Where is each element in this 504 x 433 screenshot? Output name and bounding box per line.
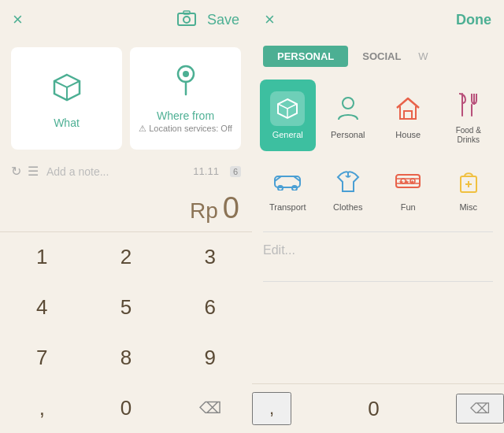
what-card[interactable]: What xyxy=(11,47,122,150)
transport-label: Transport xyxy=(269,202,306,213)
key-backspace[interactable]: ⌫ xyxy=(168,383,252,433)
personal-icon xyxy=(331,91,365,126)
misc-icon xyxy=(451,164,486,198)
general-icon xyxy=(270,91,305,126)
where-from-label: Where from xyxy=(157,109,214,122)
keypad: 1 2 3 4 5 6 7 8 9 , 0 ⌫ xyxy=(0,232,252,433)
note-icons: ↻ ☰ xyxy=(11,164,39,179)
key-2[interactable]: 2 xyxy=(84,232,169,283)
key-7[interactable]: 7 xyxy=(0,333,84,383)
what-label: What xyxy=(54,117,80,129)
edit-area: Edit... xyxy=(263,231,493,282)
svg-point-5 xyxy=(183,71,189,77)
key-0[interactable]: 0 xyxy=(84,383,169,433)
category-misc[interactable]: Misc xyxy=(441,156,497,219)
house-label: House xyxy=(395,130,421,140)
cards-row: What Where from ⚠ Location services: Off xyxy=(0,39,252,157)
clothes-icon xyxy=(331,164,365,198)
note-row: ↻ ☰ Add a note... 11.11 6 xyxy=(0,157,252,185)
tab-personal[interactable]: PERSONAL xyxy=(263,46,348,67)
clothes-label: Clothes xyxy=(333,202,362,213)
house-icon xyxy=(391,91,425,126)
left-header: × Save xyxy=(0,0,252,39)
done-button[interactable]: Done xyxy=(456,12,491,28)
location-warning: ⚠ Location services: Off xyxy=(139,122,232,139)
tabs-row: PERSONAL SOCIAL W xyxy=(252,39,504,75)
category-fun[interactable]: ★★★ Fun xyxy=(380,156,436,219)
right-header: × Done xyxy=(252,0,504,39)
key-3[interactable]: 3 xyxy=(168,232,252,283)
currency-label: Rp xyxy=(190,198,218,223)
right-close-button[interactable]: × xyxy=(265,9,275,30)
category-personal[interactable]: Personal xyxy=(321,80,376,151)
category-transport[interactable]: Transport xyxy=(260,156,316,219)
fun-icon: ★★★ xyxy=(391,164,425,198)
category-food[interactable]: Food & Drinks xyxy=(441,80,497,151)
right-key-backspace[interactable]: ⌫ xyxy=(456,394,504,424)
svg-point-1 xyxy=(183,17,190,23)
note-date: 11.11 xyxy=(193,165,219,177)
right-key-comma[interactable]: , xyxy=(252,392,291,425)
general-label: General xyxy=(272,130,303,140)
key-1[interactable]: 1 xyxy=(0,232,84,283)
key-6[interactable]: 6 xyxy=(168,283,252,333)
personal-label: Personal xyxy=(331,130,365,140)
category-clothes[interactable]: Clothes xyxy=(321,156,376,219)
where-from-icon xyxy=(172,61,200,103)
fun-label: Fun xyxy=(401,202,416,213)
categories-grid: General Personal House xyxy=(252,75,504,227)
note-placeholder-text[interactable]: Add a note... xyxy=(46,165,185,178)
category-general[interactable]: General xyxy=(260,80,316,151)
category-house[interactable]: House xyxy=(380,80,436,151)
amount-display: Rp0 xyxy=(0,185,252,232)
misc-label: Misc xyxy=(459,202,477,213)
note-badge: 6 xyxy=(230,166,241,177)
tab-more: W xyxy=(415,46,431,67)
what-icon xyxy=(51,72,83,110)
svg-text:★★★: ★★★ xyxy=(398,179,415,186)
svg-point-8 xyxy=(343,98,354,109)
food-label: Food & Drinks xyxy=(444,126,494,145)
left-panel: × Save What xyxy=(0,0,252,433)
left-close-button[interactable]: × xyxy=(13,9,23,30)
key-4[interactable]: 4 xyxy=(0,283,84,333)
edit-underline xyxy=(263,268,493,282)
left-header-right: Save xyxy=(177,10,239,30)
key-9[interactable]: 9 xyxy=(168,333,252,383)
list-icon: ☰ xyxy=(28,164,39,179)
food-icon xyxy=(451,87,486,122)
edit-placeholder[interactable]: Edit... xyxy=(263,240,493,261)
camera-icon[interactable] xyxy=(177,10,196,30)
right-key-zero[interactable]: 0 xyxy=(291,397,456,421)
key-5[interactable]: 5 xyxy=(84,283,169,333)
left-save-button[interactable]: Save xyxy=(207,12,239,28)
key-8[interactable]: 8 xyxy=(84,333,169,383)
refresh-icon: ↻ xyxy=(11,164,21,179)
key-comma[interactable]: , xyxy=(0,383,84,433)
where-from-card[interactable]: Where from ⚠ Location services: Off xyxy=(130,47,241,150)
svg-rect-9 xyxy=(404,111,412,119)
right-bottom-bar: , 0 ⌫ xyxy=(252,383,504,433)
transport-icon xyxy=(270,164,305,198)
amount-value: 0 xyxy=(223,191,239,224)
tab-social[interactable]: SOCIAL xyxy=(348,46,415,67)
right-panel: × Done PERSONAL SOCIAL W General xyxy=(252,0,504,433)
